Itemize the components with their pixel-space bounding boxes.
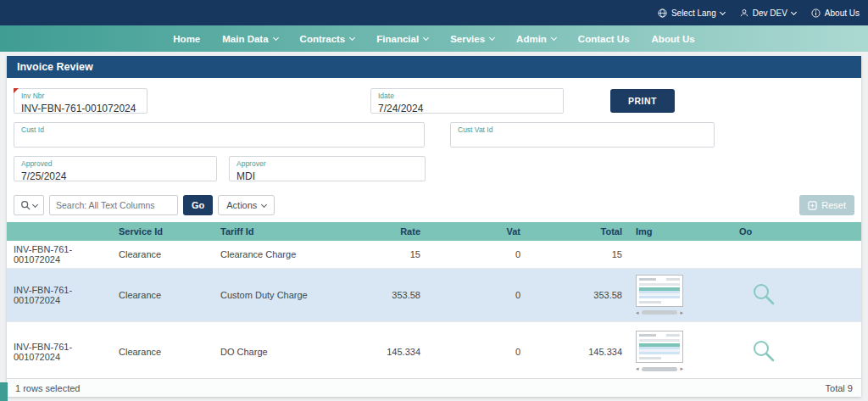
cust-id-label: Cust Id [21,125,417,134]
inv-nbr-label: Inv Nbr [21,92,140,100]
cell-inv: INV-FBN-761-001072024 [7,269,112,322]
nav-item-admin[interactable]: Admin [505,25,567,52]
approved-label: Approved [21,159,209,168]
column-header-tariff-id[interactable]: Tariff Id [214,222,320,241]
approver-label: Approver [236,159,418,168]
thumbnail-pager: ◂ ▸ [636,309,683,316]
nav-item-contracts[interactable]: Contracts [289,25,366,52]
cell-vat: 0 [427,269,527,322]
nav-item-about-us[interactable]: About Us [641,25,706,52]
invoice-thumbnail[interactable]: ◂ ▸ [636,275,685,316]
user-menu[interactable]: Dev DEV [740,8,796,18]
go-button[interactable]: Go [183,195,213,215]
report-toolbar: Go Actions Reset [7,190,861,222]
approver-field: Approver [229,156,426,181]
user-name-label: Dev DEV [753,8,787,18]
cust-vat-id-input[interactable] [458,136,707,148]
language-label: Select Lang [671,8,716,18]
cell-oo [732,269,861,322]
pager-scrollbar[interactable] [642,367,678,371]
nav-item-servies[interactable]: Servies [439,25,505,52]
magnifier-icon[interactable] [751,338,776,365]
cell-vat: 0 [427,241,527,269]
cust-vat-id-field: Cust Vat Id [450,122,715,148]
cell-total: 15 [527,241,629,269]
rows-selected-label: 1 rows selected [15,383,80,393]
column-header-img[interactable]: Img [629,222,732,241]
idate-field: Idate [370,88,564,114]
reset-icon [808,201,817,210]
report-footer: 1 rows selected Total 9 [7,378,861,397]
table-row[interactable]: INV-FBN-761-001072024ClearanceClearance … [7,241,861,269]
pager-scrollbar[interactable] [642,310,678,315]
idate-label: Idate [378,92,556,100]
cell-total: 145.334 [527,322,629,379]
magnifier-icon[interactable] [751,281,776,309]
print-button[interactable]: PRINT [610,89,675,113]
invoice-table-body: INV-FBN-761-001072024ClearanceClearance … [7,241,861,378]
cell-oo [732,241,861,269]
chevron-down-icon [273,35,279,41]
reset-label: Reset [821,200,846,210]
total-rows-label: Total 9 [826,383,853,393]
pager-prev-icon[interactable]: ◂ [636,365,639,372]
nav-item-contact-us[interactable]: Contact Us [567,25,641,52]
cell-inv: INV-FBN-761-001072024 [7,241,112,269]
nav-item-main-data[interactable]: Main Data [211,25,288,52]
approver-input[interactable] [236,170,418,182]
nav-item-label: Contact Us [578,34,630,44]
about-us-label: About Us [825,8,860,18]
table-row[interactable]: INV-FBN-761-001072024ClearanceCustom Dut… [7,269,861,322]
cell-service: Clearance [112,269,214,322]
nav-item-home[interactable]: Home [162,25,211,52]
language-selector[interactable]: Select Lang [658,8,725,18]
nav-item-label: Main Data [222,34,268,44]
table-header-row: Service IdTariff IdRateVatTotalImgOo [7,222,861,241]
pager-prev-icon[interactable]: ◂ [636,309,639,316]
column-header-service-id[interactable]: Service Id [112,222,214,241]
user-icon [740,8,748,17]
invoice-table: Service IdTariff IdRateVatTotalImgOo INV… [7,222,861,378]
search-input[interactable] [49,195,178,215]
page-title: Invoice Review [7,56,861,78]
nav-item-label: Contracts [300,34,346,44]
column-header-total[interactable]: Total [527,222,629,241]
pager-next-icon[interactable]: ▸ [680,309,683,316]
chevron-down-icon [489,35,495,41]
nav-item-financial[interactable]: Financial [365,25,439,52]
search-column-selector[interactable] [14,195,44,215]
cust-id-field: Cust Id [14,122,425,148]
chevron-down-icon [32,201,38,207]
column-header-oo[interactable]: Oo [732,222,861,241]
invoice-form: Inv Nbr Idate PRINT Cust Id Cust Vat Id … [7,78,861,190]
cell-oo [732,322,861,379]
invoice-table-region: Service IdTariff IdRateVatTotalImgOo INV… [7,222,861,378]
cust-id-input[interactable] [21,136,417,148]
cell-service: Clearance [112,322,214,379]
column-header-rate[interactable]: Rate [320,222,427,241]
about-us-link[interactable]: About Us [811,8,860,18]
cell-img: ◂ ▸ [629,322,732,379]
info-icon [811,8,821,18]
pager-next-icon[interactable]: ▸ [680,365,683,372]
main-navigation: HomeMain DataContractsFinancialServiesAd… [0,25,868,52]
invoice-review-card: Invoice Review Inv Nbr Idate PRINT Cust … [7,56,861,397]
column-header-vat[interactable]: Vat [427,222,527,241]
cell-vat: 0 [427,322,527,379]
actions-button[interactable]: Actions [218,195,275,215]
cell-tariff: Clearance Charge [214,241,320,269]
column-header-invoice [7,222,112,241]
reset-button[interactable]: Reset [799,195,854,215]
topbar: Select Lang Dev DEV About Us [0,0,868,25]
table-row[interactable]: INV-FBN-761-001072024ClearanceDO Charge1… [7,322,861,379]
cell-rate: 145.334 [320,322,427,379]
invoice-thumbnail[interactable]: ◂ ▸ [636,331,685,372]
chevron-down-icon [551,35,557,41]
chevron-down-icon [261,201,267,207]
idate-input[interactable] [378,103,556,114]
cell-tariff: Custom Duty Charge [214,269,320,322]
nav-item-label: About Us [652,34,695,44]
cell-total: 353.58 [527,269,629,322]
inv-nbr-input[interactable] [21,103,140,114]
approved-input[interactable] [21,170,209,182]
